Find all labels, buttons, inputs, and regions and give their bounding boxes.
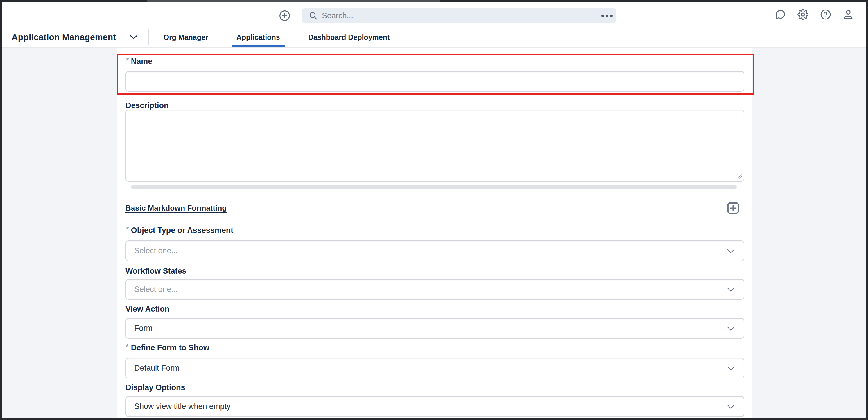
object-type-select[interactable]: Select one... <box>125 240 744 261</box>
name-input[interactable] <box>125 71 744 92</box>
workflow-states-label: Workflow States <box>125 267 744 275</box>
left-gutter <box>2 47 117 418</box>
basic-markdown-formatting-link[interactable]: Basic Markdown Formatting <box>125 204 226 213</box>
tab-org-manager[interactable]: Org Manager <box>163 27 209 47</box>
display-options-select[interactable]: Show view title when empty <box>125 396 744 417</box>
help-button[interactable] <box>820 9 831 20</box>
nav-divider <box>149 29 149 45</box>
chat-button[interactable] <box>775 9 786 20</box>
ellipsis-icon <box>601 14 604 17</box>
question-circle-icon <box>820 9 831 20</box>
plus-circle-icon <box>279 10 290 22</box>
top-bar-actions <box>775 2 854 27</box>
required-marker: * <box>125 225 129 233</box>
select-value: Show view title when empty <box>134 402 231 411</box>
app-switcher-label: Application Management <box>11 32 116 42</box>
view-action-select[interactable]: Form <box>125 318 744 339</box>
top-bar <box>2 2 866 27</box>
form: * Name Description Basic Markdown For <box>117 57 752 417</box>
app-window: Application Management Org Manager Appli… <box>0 0 868 420</box>
form-panel: * Name Description Basic Markdown For <box>117 47 752 418</box>
select-value: Select one... <box>134 246 178 255</box>
select-value: Default Form <box>134 364 180 373</box>
plus-square-icon <box>726 201 740 215</box>
chevron-down-icon <box>727 366 735 371</box>
select-value: Select one... <box>134 285 178 294</box>
settings-button[interactable] <box>798 9 808 20</box>
define-form-label: * Define Form to Show <box>125 344 744 352</box>
chevron-down-icon <box>129 35 138 40</box>
chevron-down-icon <box>727 249 735 254</box>
search-input[interactable] <box>321 11 616 21</box>
window-frame-segment <box>147 0 440 2</box>
tab-list: Org Manager Applications Dashboard Deplo… <box>163 27 390 47</box>
description-textarea[interactable] <box>125 109 744 182</box>
right-gutter <box>752 47 866 418</box>
search-more-options-button[interactable] <box>599 8 615 23</box>
required-marker: * <box>125 56 129 64</box>
search-icon <box>309 11 318 20</box>
main-content: * Name Description Basic Markdown For <box>2 47 866 418</box>
app-switcher[interactable]: Application Management <box>11 32 138 42</box>
chevron-down-icon <box>727 404 735 409</box>
tab-dashboard-deployment[interactable]: Dashboard Deployment <box>308 27 391 47</box>
user-icon <box>843 9 854 20</box>
markdown-row: Basic Markdown Formatting <box>125 201 744 215</box>
gear-icon <box>798 9 808 20</box>
chevron-down-icon <box>727 287 735 292</box>
view-action-label: View Action <box>125 305 744 313</box>
chat-bubble-icon <box>775 9 786 20</box>
description-field-wrap <box>125 109 744 182</box>
tab-bar: Application Management Org Manager Appli… <box>2 27 866 47</box>
define-form-select[interactable]: Default Form <box>125 358 744 379</box>
select-value: Form <box>134 324 153 333</box>
profile-button[interactable] <box>843 9 854 20</box>
name-label: * Name <box>125 57 744 65</box>
chevron-down-icon <box>727 326 735 331</box>
search-bar[interactable] <box>302 8 616 23</box>
add-button[interactable] <box>279 10 290 22</box>
object-type-label: * Object Type or Assessment <box>125 226 744 234</box>
horizontal-scrollbar[interactable] <box>131 185 737 189</box>
search-divider <box>598 11 598 20</box>
add-square-button[interactable] <box>726 201 740 215</box>
tab-applications[interactable]: Applications <box>236 27 281 47</box>
description-label: Description <box>125 101 744 109</box>
display-options-label: Display Options <box>125 383 744 391</box>
required-marker: * <box>125 343 129 351</box>
workflow-states-select[interactable]: Select one... <box>125 279 744 300</box>
